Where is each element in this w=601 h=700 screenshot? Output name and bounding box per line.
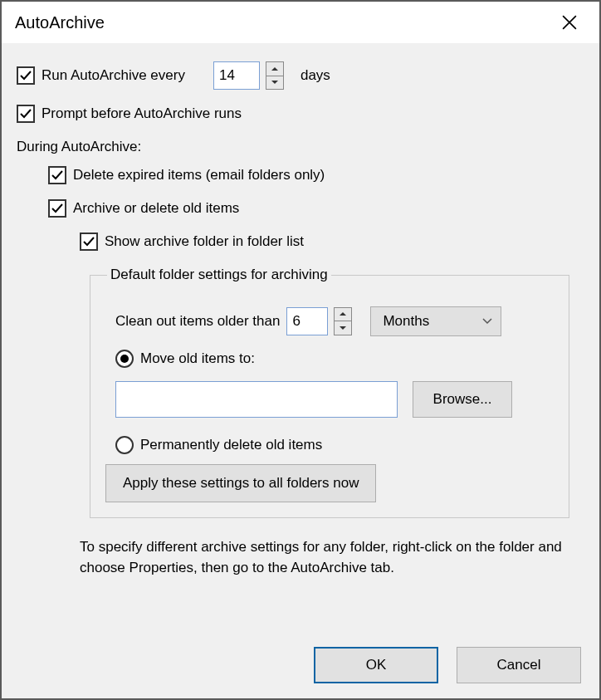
show-folder-label: Show archive folder in folder list <box>105 233 304 251</box>
check-icon <box>51 202 64 215</box>
check-icon <box>19 107 32 120</box>
clean-out-spin-down[interactable] <box>335 321 351 335</box>
move-radio[interactable] <box>115 350 134 368</box>
clean-out-row: Clean out items older than Months <box>115 306 554 336</box>
clean-out-spinner <box>334 307 352 335</box>
chevron-down-icon <box>482 318 492 325</box>
clean-out-label: Clean out items older than <box>115 312 280 330</box>
clean-out-spin-up[interactable] <box>335 308 351 322</box>
move-radio-row: Move old items to: <box>115 350 554 368</box>
run-every-label-after: days <box>300 66 330 85</box>
prompt-checkbox[interactable] <box>17 105 35 123</box>
run-every-spin-up[interactable] <box>266 62 283 76</box>
check-icon <box>51 169 64 182</box>
clean-out-unit-dropdown[interactable]: Months <box>370 306 501 336</box>
move-path-row: Browse... <box>115 381 554 418</box>
chevron-up-icon <box>340 311 346 316</box>
run-every-label-before: Run AutoArchive every <box>42 66 185 85</box>
chevron-down-icon <box>340 326 346 330</box>
clean-out-input[interactable] <box>286 307 328 335</box>
close-button[interactable] <box>553 6 586 39</box>
autoarchive-dialog: AutoArchive Run AutoArchive every days P… <box>0 0 601 700</box>
close-icon <box>562 15 577 30</box>
delete-label: Permanently delete old items <box>140 436 322 454</box>
run-every-spin-down[interactable] <box>266 76 283 90</box>
cancel-button[interactable]: Cancel <box>457 647 581 683</box>
check-icon <box>82 235 95 248</box>
default-settings-fieldset: Default folder settings for archiving Cl… <box>90 266 569 517</box>
show-folder-row: Show archive folder in folder list <box>80 233 584 251</box>
hint-text: To specify different archive settings fo… <box>80 536 569 579</box>
archive-delete-label: Archive or delete old items <box>73 199 239 218</box>
clean-out-unit-value: Months <box>383 312 429 330</box>
move-label: Move old items to: <box>140 350 255 368</box>
delete-expired-checkbox[interactable] <box>48 166 66 184</box>
run-every-spinner <box>266 61 284 90</box>
ok-button[interactable]: OK <box>314 647 438 683</box>
delete-radio[interactable] <box>115 436 134 454</box>
dialog-button-row: OK Cancel <box>2 630 599 698</box>
prompt-label: Prompt before AutoArchive runs <box>42 105 242 123</box>
browse-button[interactable]: Browse... <box>413 381 512 418</box>
chevron-down-icon <box>271 80 278 85</box>
delete-expired-row: Delete expired items (email folders only… <box>48 166 584 184</box>
archive-delete-row: Archive or delete old items <box>48 199 584 218</box>
window-title: AutoArchive <box>15 13 105 32</box>
during-heading: During AutoArchive: <box>17 138 584 156</box>
archive-delete-checkbox[interactable] <box>48 199 66 218</box>
prompt-row: Prompt before AutoArchive runs <box>17 105 584 123</box>
show-folder-checkbox[interactable] <box>80 233 98 251</box>
move-path-input[interactable] <box>115 381 398 418</box>
run-every-checkbox[interactable] <box>17 66 35 85</box>
fieldset-legend: Default folder settings for archiving <box>107 266 331 284</box>
chevron-up-icon <box>271 66 278 71</box>
apply-all-button[interactable]: Apply these settings to all folders now <box>105 464 376 502</box>
titlebar: AutoArchive <box>2 2 599 43</box>
run-every-row: Run AutoArchive every days <box>17 61 584 90</box>
dialog-content: Run AutoArchive every days Prompt before… <box>2 43 599 630</box>
delete-expired-label: Delete expired items (email folders only… <box>73 166 325 184</box>
run-every-input[interactable] <box>213 61 260 90</box>
check-icon <box>19 69 32 82</box>
apply-row: Apply these settings to all folders now <box>105 464 554 502</box>
radio-dot-icon <box>120 355 129 363</box>
delete-radio-row: Permanently delete old items <box>115 436 554 454</box>
